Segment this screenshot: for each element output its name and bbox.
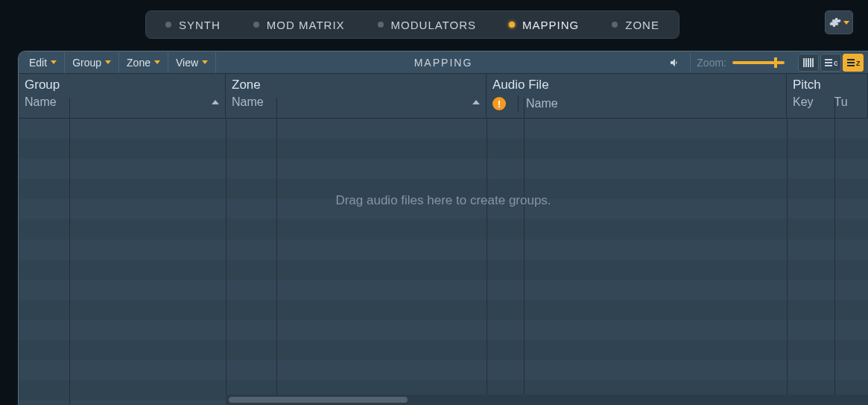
- drag-drop-hint: Drag audio files here to create groups.: [335, 193, 551, 208]
- panel-menubar: Edit Group Zone View MAPPING Zoom:: [19, 51, 868, 74]
- svg-rect-1: [805, 58, 807, 67]
- sort-ascending-icon: [212, 100, 219, 104]
- table-row: [19, 219, 868, 239]
- status-dot-icon: [378, 22, 384, 28]
- header-sub: Name: [232, 95, 264, 109]
- slider-thumb-icon: [774, 57, 777, 68]
- column-header-zone[interactable]: Zone Name: [226, 74, 487, 118]
- header-sub-tune: Tu: [834, 95, 848, 109]
- divider: [524, 98, 525, 118]
- svg-text:G: G: [834, 60, 837, 67]
- zone-list-icon: Z: [846, 57, 860, 68]
- menu-label: Edit: [29, 57, 47, 69]
- group-list-icon: G: [824, 57, 837, 68]
- status-dot-icon: [165, 22, 171, 28]
- row-stripes: [19, 119, 868, 405]
- svg-rect-0: [803, 58, 805, 67]
- svg-rect-9: [847, 59, 855, 60]
- tab-mod-matrix[interactable]: MOD MATRIX: [237, 11, 361, 38]
- svg-text:Z: Z: [856, 60, 860, 67]
- table-row: [19, 139, 868, 159]
- table-row: [19, 360, 868, 380]
- zoom-slider[interactable]: [732, 61, 785, 64]
- audition-toggle[interactable]: [667, 54, 691, 72]
- status-dot-icon: [509, 22, 515, 28]
- tab-label: SYNTH: [179, 19, 221, 31]
- panel-title: MAPPING: [414, 57, 473, 69]
- svg-rect-2: [808, 58, 809, 67]
- tab-label: MAPPING: [522, 19, 579, 31]
- tab-label: MODULATORS: [391, 19, 476, 31]
- speaker-icon: [668, 57, 682, 69]
- mapping-panel: Edit Group Zone View MAPPING Zoom:: [18, 51, 868, 405]
- divider: [518, 95, 519, 112]
- header-title: Zone: [232, 78, 480, 92]
- view-keymap-button[interactable]: [798, 54, 819, 72]
- menu-label: Zone: [127, 57, 151, 69]
- table-row: [19, 340, 868, 360]
- svg-rect-5: [825, 59, 832, 60]
- svg-rect-11: [847, 65, 855, 66]
- table-row: [19, 119, 868, 139]
- tab-label: MOD MATRIX: [267, 19, 345, 31]
- header-sub-key: Key: [793, 95, 814, 109]
- svg-rect-6: [825, 62, 832, 63]
- divider: [276, 98, 277, 118]
- column-headers: Group Name Zone Name Audio File !: [19, 74, 868, 119]
- zone-list-body[interactable]: Drag audio files here to create groups.: [19, 119, 868, 405]
- chevron-down-icon: [51, 60, 57, 64]
- chevron-down-icon: [843, 21, 849, 25]
- tab-label: ZONE: [625, 19, 659, 31]
- view-zone-list-button[interactable]: Z: [843, 54, 864, 72]
- menu-label: View: [176, 57, 198, 69]
- header-sub: Name: [526, 97, 558, 110]
- divider: [834, 98, 835, 118]
- svg-rect-4: [812, 58, 814, 67]
- column-header-audio-file[interactable]: Audio File ! Name: [487, 74, 787, 118]
- menu-label: Group: [72, 57, 101, 69]
- status-dot-icon: [612, 22, 618, 28]
- status-dot-icon: [253, 22, 259, 28]
- table-row: [19, 260, 868, 280]
- menu-view[interactable]: View: [168, 52, 216, 73]
- header-title: Audio File: [492, 78, 780, 92]
- top-tab-bar: SYNTH MOD MATRIX MODULATORS MAPPING ZONE: [0, 10, 868, 39]
- scrollbar-thumb[interactable]: [229, 397, 408, 403]
- keymap-icon: [802, 57, 814, 68]
- tab-zone[interactable]: ZONE: [595, 11, 676, 38]
- menu-group[interactable]: Group: [65, 52, 119, 73]
- tab-mapping[interactable]: MAPPING: [492, 11, 595, 38]
- tabs-group: SYNTH MOD MATRIX MODULATORS MAPPING ZONE: [145, 10, 679, 39]
- chevron-down-icon: [154, 60, 160, 64]
- menubar-right: Zoom: G Z: [667, 51, 864, 74]
- tab-synth[interactable]: SYNTH: [149, 11, 237, 38]
- column-header-group[interactable]: Group Name: [19, 74, 226, 118]
- svg-rect-10: [847, 62, 855, 63]
- divider: [69, 98, 70, 118]
- chevron-down-icon: [202, 60, 208, 64]
- warning-icon: !: [492, 97, 506, 110]
- table-row: [19, 159, 868, 179]
- tab-modulators[interactable]: MODULATORS: [361, 11, 492, 38]
- zoom-label: Zoom:: [697, 57, 726, 69]
- horizontal-scrollbar[interactable]: [226, 395, 868, 405]
- header-title: Pitch: [793, 78, 861, 92]
- header-sub: Name: [25, 95, 57, 109]
- table-row: [19, 280, 868, 300]
- gear-icon: [829, 16, 841, 28]
- menu-zone[interactable]: Zone: [119, 52, 168, 73]
- table-row: [19, 320, 868, 340]
- view-group-list-button[interactable]: G: [820, 54, 841, 72]
- sort-ascending-icon: [472, 100, 480, 104]
- column-header-pitch[interactable]: Pitch Key Tu: [787, 74, 868, 118]
- svg-rect-7: [825, 65, 832, 66]
- header-title: Group: [25, 78, 219, 92]
- chevron-down-icon: [105, 60, 111, 64]
- menu-edit[interactable]: Edit: [22, 52, 65, 73]
- table-row: [19, 300, 868, 320]
- svg-rect-3: [810, 58, 811, 67]
- table-row: [19, 239, 868, 260]
- view-mode-buttons: G Z: [798, 54, 864, 72]
- settings-button[interactable]: [825, 10, 853, 34]
